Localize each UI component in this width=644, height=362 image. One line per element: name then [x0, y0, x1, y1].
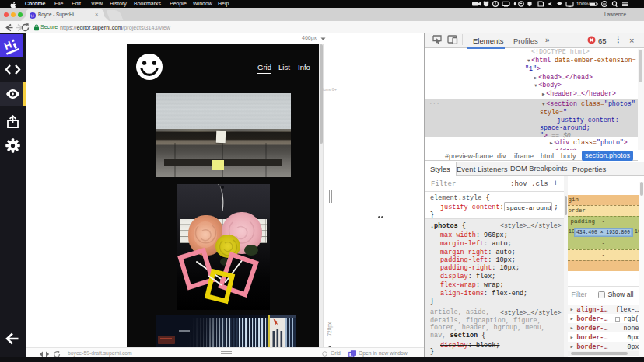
svg-text:100%: 100%: [576, 1, 589, 6]
svg-text:H: H: [30, 12, 34, 18]
